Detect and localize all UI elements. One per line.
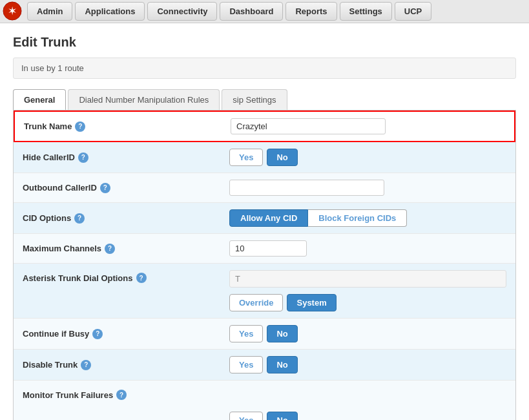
disable-trunk-label: Disable Trunk ? bbox=[23, 360, 229, 370]
disable-trunk-yes[interactable]: Yes bbox=[229, 356, 263, 373]
cid-options-row: CID Options ? Allow Any CID Block Foreig… bbox=[14, 203, 515, 234]
cid-options-label: CID Options ? bbox=[23, 213, 229, 224]
tab-dialed-number[interactable]: Dialed Number Manipulation Rules bbox=[68, 89, 220, 110]
asterisk-dial-options-label: Asterisk Trunk Dial Options ? bbox=[23, 270, 229, 283]
trunk-name-input[interactable] bbox=[231, 118, 386, 134]
disable-trunk-row: Disable Trunk ? Yes No bbox=[14, 350, 515, 381]
continue-if-busy-help[interactable]: ? bbox=[92, 329, 103, 339]
top-nav: ✶ Admin Applications Connectivity Dashbo… bbox=[0, 0, 529, 23]
nav-applications[interactable]: Applications bbox=[75, 2, 145, 21]
outbound-caller-id-help[interactable]: ? bbox=[100, 183, 110, 193]
info-bar: In use by 1 route bbox=[13, 58, 516, 79]
nav-reports[interactable]: Reports bbox=[285, 2, 337, 21]
hide-caller-id-label: Hide CallerID ? bbox=[23, 152, 229, 163]
monitor-trunk-failures-help[interactable]: ? bbox=[116, 390, 127, 400]
nav-admin[interactable]: Admin bbox=[27, 2, 72, 21]
system-button[interactable]: System bbox=[287, 294, 336, 311]
asterisk-dial-options-value: T bbox=[229, 270, 506, 288]
outbound-caller-id-input[interactable] bbox=[229, 180, 384, 196]
form-area: Trunk Name ? Hide CallerID ? Yes No Outb… bbox=[13, 110, 516, 420]
cid-block-foreign-button[interactable]: Block Foreign CIDs bbox=[308, 209, 407, 227]
continue-if-busy-label: Continue if Busy ? bbox=[23, 329, 229, 339]
nav-ucp[interactable]: UCP bbox=[395, 2, 431, 21]
monitor-trunk-failures-row: Monitor Trunk Failures ? Yes No bbox=[14, 381, 515, 420]
disable-trunk-no[interactable]: No bbox=[267, 356, 297, 373]
monitor-failures-no[interactable]: No bbox=[267, 412, 297, 420]
hide-caller-id-yes[interactable]: Yes bbox=[229, 149, 263, 166]
monitor-trunk-failures-label: Monitor Trunk Failures ? bbox=[23, 387, 229, 400]
disable-trunk-help[interactable]: ? bbox=[81, 360, 91, 370]
max-channels-row: Maximum Channels ? bbox=[14, 234, 515, 264]
asterisk-dial-options-row: Asterisk Trunk Dial Options ? T Override… bbox=[14, 264, 515, 319]
trunk-name-row: Trunk Name ? bbox=[14, 110, 515, 142]
override-button[interactable]: Override bbox=[229, 294, 283, 311]
nav-dashboard[interactable]: Dashboard bbox=[220, 2, 283, 21]
continue-if-busy-row: Continue if Busy ? Yes No bbox=[14, 319, 515, 350]
svg-text:✶: ✶ bbox=[8, 6, 17, 16]
max-channels-label: Maximum Channels ? bbox=[23, 244, 229, 254]
trunk-name-label: Trunk Name ? bbox=[24, 121, 231, 132]
logo-icon: ✶ bbox=[3, 1, 23, 22]
nav-connectivity[interactable]: Connectivity bbox=[147, 2, 217, 21]
max-channels-input[interactable] bbox=[229, 240, 307, 257]
outbound-caller-id-label: Outbound CallerID ? bbox=[23, 183, 229, 193]
hide-caller-id-help[interactable]: ? bbox=[78, 152, 88, 163]
nav-settings[interactable]: Settings bbox=[340, 2, 392, 21]
override-system-toggle: Override System bbox=[229, 294, 506, 311]
tabs: General Dialed Number Manipulation Rules… bbox=[13, 89, 516, 110]
asterisk-dial-options-help[interactable]: ? bbox=[136, 273, 147, 283]
cid-allow-any-button[interactable]: Allow Any CID bbox=[229, 209, 308, 227]
continue-if-busy-yes[interactable]: Yes bbox=[229, 325, 263, 342]
max-channels-help[interactable]: ? bbox=[105, 244, 115, 254]
monitor-failures-toggle: Yes No bbox=[229, 412, 506, 420]
tab-general[interactable]: General bbox=[13, 89, 66, 110]
cid-options-help[interactable]: ? bbox=[74, 213, 85, 224]
hide-caller-id-no[interactable]: No bbox=[267, 149, 297, 166]
continue-if-busy-no[interactable]: No bbox=[267, 325, 297, 342]
tab-sip-settings[interactable]: sip Settings bbox=[222, 89, 287, 110]
hide-caller-id-row: Hide CallerID ? Yes No bbox=[14, 142, 515, 173]
page-title: Edit Trunk bbox=[13, 35, 516, 50]
monitor-failures-yes[interactable]: Yes bbox=[229, 412, 263, 420]
trunk-name-help[interactable]: ? bbox=[75, 121, 85, 132]
outbound-caller-id-row: Outbound CallerID ? bbox=[14, 173, 515, 203]
